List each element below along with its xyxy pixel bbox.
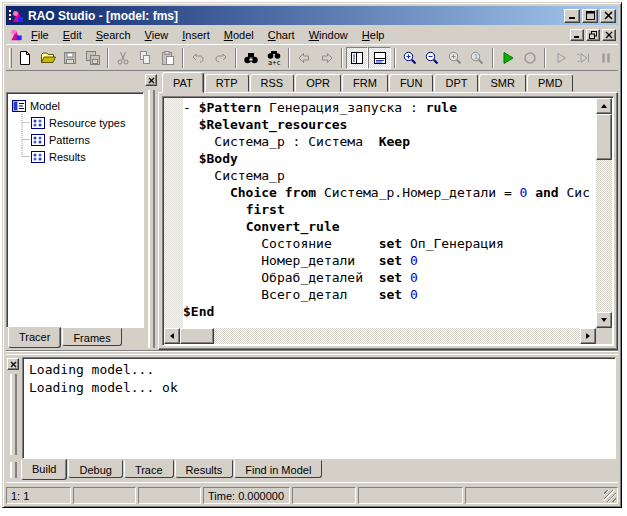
run-icon: [500, 50, 516, 66]
horizontal-scrollbar[interactable]: [164, 328, 596, 344]
mdi-close-icon: [605, 31, 613, 39]
build-output[interactable]: Loading model...Loading model... ok: [22, 357, 616, 459]
close-button[interactable]: [600, 9, 616, 23]
status-panel-5: [292, 487, 356, 504]
toolbar-grip[interactable]: [9, 48, 12, 68]
menu-items: FileEditSearchViewInsertModelChartWindow…: [24, 27, 391, 43]
tab-tracer[interactable]: Tracer: [8, 327, 61, 348]
model-tree[interactable]: ModelResource typesPatternsResults: [6, 92, 144, 328]
status-resize-panel: [465, 487, 618, 504]
tree-item-label: Results: [49, 151, 86, 163]
output-tabs-grip[interactable]: [10, 462, 17, 478]
stop-button: [519, 47, 541, 69]
tab-smr[interactable]: SMR: [479, 74, 525, 92]
menu-item-insert[interactable]: Insert: [175, 27, 217, 43]
output-tabs: BuildDebugTraceResultsFind in Model: [21, 460, 323, 480]
resize-grip[interactable]: [604, 490, 616, 502]
output-close-button[interactable]: [7, 358, 19, 370]
code-line-4: $Body: [183, 150, 596, 167]
output-panel-icon: [372, 50, 388, 66]
tab-rtp[interactable]: RTP: [205, 74, 249, 92]
code-line-13: $End: [183, 303, 596, 320]
replace-button[interactable]: a+c: [263, 47, 285, 69]
toolbar-separator: [288, 48, 290, 68]
toolbar-separator: [394, 48, 396, 68]
minimize-button[interactable]: [564, 9, 580, 23]
document-icon: [8, 27, 24, 42]
menu-item-model[interactable]: Model: [217, 27, 261, 43]
code-editor[interactable]: - $Pattern Генерация_запуска : rule $Rel…: [162, 96, 614, 346]
tab-fun[interactable]: FUN: [389, 74, 434, 92]
tab-opr[interactable]: OPR: [295, 74, 341, 92]
scroll-left-button[interactable]: [164, 328, 180, 344]
zoom-one-to-one-button: 1: [466, 47, 488, 69]
menu-item-chart[interactable]: Chart: [261, 27, 302, 43]
tab-frm[interactable]: FRM: [342, 74, 388, 92]
menu-item-search[interactable]: Search: [89, 27, 138, 43]
mdi-restore-icon: [589, 31, 597, 39]
open-button[interactable]: [36, 47, 58, 69]
code-line-7: first: [183, 201, 596, 218]
undo-icon: [190, 50, 206, 66]
maximize-button[interactable]: [582, 9, 598, 23]
undo-button: [187, 47, 209, 69]
tree-item-label: Resource types: [49, 117, 125, 129]
tab-frames[interactable]: Frames: [62, 328, 121, 346]
find-button[interactable]: [240, 47, 262, 69]
tree-item-resource-types[interactable]: Resource types: [11, 114, 141, 131]
new-button[interactable]: [14, 47, 36, 69]
output-pane-handle: [6, 357, 22, 459]
mdi-close-button[interactable]: [602, 29, 616, 41]
copy-button: [134, 47, 156, 69]
fold-margin[interactable]: [164, 98, 183, 328]
status-bar: 1: 1Time: 0.000000: [6, 482, 618, 504]
toggle-workspace-panel-button[interactable]: [346, 47, 368, 69]
zoom-in-button[interactable]: [399, 47, 421, 69]
menu-item-file[interactable]: File: [24, 27, 56, 43]
code-line-10: Номер_детали set 0: [183, 252, 596, 269]
maximize-icon: [586, 11, 595, 20]
menu-item-help[interactable]: Help: [355, 27, 392, 43]
code-text[interactable]: - $Pattern Генерация_запуска : rule $Rel…: [183, 99, 596, 328]
run-model-button[interactable]: [497, 47, 519, 69]
menu-item-window[interactable]: Window: [302, 27, 355, 43]
tab-dpt[interactable]: DPT: [434, 74, 478, 92]
model-icon: [11, 98, 27, 114]
left-arrow-icon: [167, 333, 174, 339]
menu-item-edit[interactable]: Edit: [56, 27, 89, 43]
tab-pmd[interactable]: PMD: [527, 74, 573, 92]
resource-icon: [30, 132, 46, 148]
mdi-restore-button[interactable]: [586, 29, 600, 41]
tab-results[interactable]: Results: [175, 460, 234, 478]
tree-item-results[interactable]: Results: [11, 148, 141, 165]
arrow-left-icon: [296, 50, 312, 66]
title-bar: RAO Studio - [model: fms]: [6, 6, 618, 25]
toggle-output-panel-button[interactable]: [368, 47, 390, 69]
tree-item-model[interactable]: Model: [11, 97, 141, 114]
vertical-scrollbar[interactable]: [596, 98, 612, 328]
new-file-icon: [17, 50, 33, 66]
tab-find-in-model[interactable]: Find in Model: [234, 460, 322, 478]
tree-item-patterns[interactable]: Patterns: [11, 131, 141, 148]
tab-build[interactable]: Build: [21, 459, 67, 480]
scroll-right-button[interactable]: [580, 328, 596, 344]
tree-item-label: Model: [30, 100, 60, 112]
vertical-scroll-thumb[interactable]: [596, 114, 612, 160]
workspace-close-button[interactable]: [145, 74, 157, 86]
down-arrow-icon: [601, 318, 607, 325]
tab-trace[interactable]: Trace: [124, 460, 174, 478]
step-icon: [575, 50, 591, 66]
scroll-up-button[interactable]: [596, 98, 612, 114]
tree-connector: [15, 148, 30, 165]
scroll-down-button[interactable]: [596, 312, 612, 328]
code-line-9: Состояние set Оп_Генерация: [183, 235, 596, 252]
zoom-out-button[interactable]: [421, 47, 443, 69]
tab-rss[interactable]: RSS: [250, 74, 295, 92]
output-drag-grip[interactable]: [10, 374, 17, 455]
tab-pat[interactable]: PAT: [162, 72, 204, 93]
tab-debug[interactable]: Debug: [68, 460, 122, 478]
menu-item-view[interactable]: View: [138, 27, 176, 43]
horizontal-scroll-thumb[interactable]: [180, 328, 214, 344]
mdi-minimize-button[interactable]: [570, 29, 584, 41]
workspace-drag-grip[interactable]: [148, 90, 155, 348]
